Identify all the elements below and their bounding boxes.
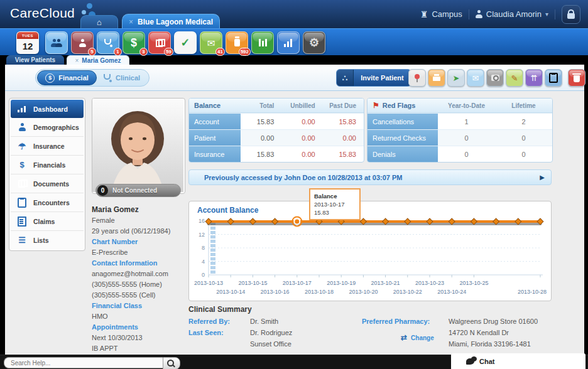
expand-arrow-icon[interactable]: ▶	[540, 174, 551, 181]
svg-text:2013-10-22: 2013-10-22	[393, 289, 422, 295]
patient-name: Maria Gomez	[92, 205, 187, 215]
prescriptions-icon[interactable]: 592	[226, 31, 248, 54]
last-seen-label: Last Seen:	[188, 329, 224, 336]
close-icon[interactable]: ×	[129, 18, 133, 26]
sidebar-item-label: Dashboard	[33, 105, 68, 113]
edit-pencil-icon[interactable]: ✎	[506, 69, 523, 87]
clinical-label: Clinical	[116, 74, 140, 82]
messages-icon[interactable]: ✉41	[200, 31, 222, 54]
close-icon[interactable]: ×	[75, 57, 79, 64]
chat-button[interactable]: Chat	[451, 353, 585, 369]
patient-email: anagomez@hotmail.com	[92, 269, 187, 279]
pharmacy-address-2: Miami, Florida 33196-1481	[449, 340, 531, 348]
financial-class-link[interactable]: Financial Class	[92, 301, 187, 311]
svg-text:12: 12	[199, 232, 205, 238]
first-day-bar	[210, 253, 215, 256]
sidebar-item-financials[interactable]: $Financials	[11, 156, 84, 174]
dashboard-icon	[16, 106, 28, 112]
column-header: Unbilled	[281, 102, 322, 109]
reports-chart-icon[interactable]	[277, 31, 300, 54]
people-icon[interactable]	[45, 31, 68, 54]
first-day-bar	[210, 240, 215, 243]
clipboard-icon[interactable]	[545, 69, 562, 87]
notification-badge: 59	[164, 48, 173, 56]
merge-icon[interactable]: ⇈	[525, 69, 543, 87]
connection-count: 0	[97, 185, 108, 196]
camera-icon[interactable]	[486, 69, 504, 87]
red-flag-icon: ⚑	[373, 101, 379, 110]
column-header: Year-to-Date	[438, 102, 495, 109]
tab-clinical[interactable]: Clinical	[97, 70, 147, 85]
appointments-link[interactable]: Appointments	[92, 322, 187, 333]
svg-text:2013-10-17: 2013-10-17	[283, 280, 312, 286]
export-icon[interactable]: ➤	[447, 69, 465, 87]
search-icon	[167, 360, 174, 366]
billing-dollar-icon[interactable]: $3	[122, 31, 145, 54]
sidebar-item-documents[interactable]: Documents	[11, 174, 84, 193]
home-icon: ⌂	[97, 18, 102, 27]
tasks-check-icon[interactable]: ✓	[174, 31, 197, 54]
sidebar-item-dashboard[interactable]: Dashboard	[11, 100, 84, 118]
office-tab[interactable]: × Blue Lagoon Medical	[122, 14, 220, 29]
tab-financial[interactable]: $ Financial	[37, 70, 97, 85]
notification-badge: 592	[239, 48, 251, 56]
sidebar-item-demographics[interactable]: Demographics	[11, 118, 84, 137]
sidebar-item-claims[interactable]: Claims	[11, 212, 84, 231]
sidebar-item-insurance[interactable]: ☂Insurance	[11, 137, 84, 156]
sidebar-item-label: Claims	[33, 218, 55, 225]
table-row: Cancellations12	[368, 113, 552, 129]
search-button[interactable]	[163, 357, 180, 369]
invite-patient-button[interactable]: ∴ Invite Patient	[336, 69, 411, 87]
financial-label: Financial	[58, 74, 89, 82]
carecloud-app: CareCloud ⌂ × Blue Lagoon Medical ♜ Camp…	[0, 0, 588, 369]
svg-text:2013-10-24: 2013-10-24	[437, 289, 466, 295]
svg-text:8: 8	[202, 245, 205, 251]
footer-bar: Chat	[0, 355, 588, 369]
sidebar-item-lists[interactable]: ☰Lists	[11, 231, 84, 249]
svg-text:2013-10-18: 2013-10-18	[305, 289, 334, 295]
user-menu[interactable]: Claudia Amorin ▾	[476, 9, 548, 19]
tooltip-date: 2013-10-17	[314, 200, 356, 208]
svg-text:2013-10-16: 2013-10-16	[261, 289, 290, 295]
financial-class-value: HMO	[92, 311, 187, 322]
print-icon[interactable]	[428, 69, 445, 87]
home-tab[interactable]: ⌂	[80, 15, 118, 29]
tab-patient[interactable]: × Maria Gomez	[67, 55, 129, 65]
settings-gear-icon[interactable]: ⚙	[303, 31, 325, 54]
delete-trash-icon[interactable]	[568, 69, 585, 87]
lock-button[interactable]	[562, 5, 580, 24]
svg-text:2013-10-20: 2013-10-20	[349, 289, 378, 295]
financials-icon: $	[16, 161, 28, 169]
referred-by-value: Dr. Smith	[250, 318, 278, 325]
svg-text:2013-10-19: 2013-10-19	[327, 280, 356, 286]
chart-number-link[interactable]: Chart Number	[92, 237, 187, 247]
preferred-pharmacy-label: Preferred Pharmacy:	[362, 318, 430, 325]
calendar-day: 12	[17, 39, 38, 53]
previously-accessed-banner[interactable]: Previously accessed by John Doe on 10/28…	[188, 169, 552, 185]
table-row: Patient0.000.000.00	[189, 129, 364, 146]
sidebar-item-encounters[interactable]: Encounters	[11, 193, 84, 212]
sidebar-item-label: Financials	[33, 161, 65, 169]
library-icon[interactable]	[251, 31, 274, 54]
mail-icon[interactable]: ✉	[467, 69, 484, 87]
table-row: Returned Checks00	[368, 129, 552, 146]
checkin-hand-icon[interactable]: 5	[71, 31, 94, 54]
sidebar-item-label: Demographics	[33, 124, 79, 131]
eprescribe-label: E-Prescribe	[92, 247, 187, 258]
next-appointment: Next 10/30/2013	[92, 333, 187, 343]
first-day-bar	[210, 270, 215, 274]
tab-view-patients[interactable]: View Patients	[6, 55, 64, 65]
campus-link[interactable]: ♜ Campus	[420, 9, 462, 19]
search-help-input[interactable]	[4, 357, 163, 368]
chevron-down-icon: ▾	[545, 11, 548, 18]
change-pharmacy-link[interactable]: ⇄ Change	[401, 333, 434, 342]
map-pin-icon[interactable]	[408, 69, 426, 87]
calendar-tile[interactable]: TUES 12	[16, 31, 39, 54]
stethoscope-icon[interactable]: 1	[97, 31, 119, 54]
patient-info: Maria Gomez Female 29 years old (06/12/1…	[92, 205, 187, 354]
documents-icon[interactable]: 59	[148, 31, 171, 54]
contact-information-link[interactable]: Contact Information	[92, 258, 187, 269]
header-right: ♜ Campus Claudia Amorin ▾	[420, 0, 580, 28]
sidebar-item-label: Lists	[33, 237, 49, 244]
carecloud-logo[interactable]: CareCloud	[10, 6, 75, 21]
